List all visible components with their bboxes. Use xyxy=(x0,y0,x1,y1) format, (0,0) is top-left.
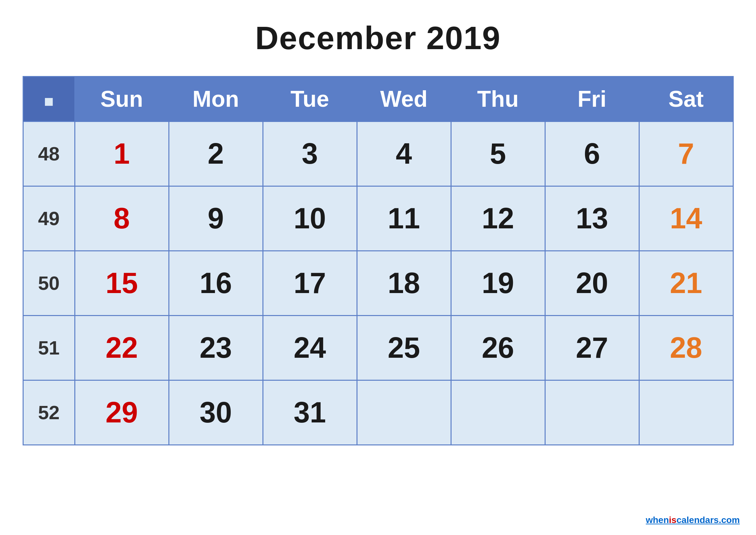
week-number: 51 xyxy=(23,316,75,380)
day-cell: 23 xyxy=(169,316,263,380)
header-mon: Mon xyxy=(169,77,263,122)
day-cell: 10 xyxy=(263,186,357,251)
day-cell: 15 xyxy=(75,251,169,316)
header-row: ■ Sun Mon Tue Wed Thu Fri Sat xyxy=(23,77,733,122)
week-number: 48 xyxy=(23,122,75,186)
day-cell: 8 xyxy=(75,186,169,251)
day-cell: 4 xyxy=(357,122,451,186)
calendar-table: ■ Sun Mon Tue Wed Thu Fri Sat 4812345674… xyxy=(23,76,734,445)
day-cell: 25 xyxy=(357,316,451,380)
day-cell: 9 xyxy=(169,186,263,251)
week-number: 49 xyxy=(23,186,75,251)
day-cell: 3 xyxy=(263,122,357,186)
header-thu: Thu xyxy=(451,77,545,122)
day-cell xyxy=(545,380,639,445)
day-cell: 29 xyxy=(75,380,169,445)
day-cell xyxy=(639,380,733,445)
table-row: 481234567 xyxy=(23,122,733,186)
header-tue: Tue xyxy=(263,77,357,122)
day-cell: 16 xyxy=(169,251,263,316)
table-row: 49891011121314 xyxy=(23,186,733,251)
day-cell: 18 xyxy=(357,251,451,316)
day-cell: 6 xyxy=(545,122,639,186)
day-cell xyxy=(357,380,451,445)
day-cell: 2 xyxy=(169,122,263,186)
header-sat: Sat xyxy=(639,77,733,122)
header-fri: Fri xyxy=(545,77,639,122)
day-cell: 28 xyxy=(639,316,733,380)
day-cell: 12 xyxy=(451,186,545,251)
table-row: 5122232425262728 xyxy=(23,316,733,380)
day-cell: 11 xyxy=(357,186,451,251)
day-cell: 24 xyxy=(263,316,357,380)
day-cell: 5 xyxy=(451,122,545,186)
day-cell xyxy=(451,380,545,445)
header-sun: Sun xyxy=(75,77,169,122)
table-row: 52293031 xyxy=(23,380,733,445)
day-cell: 21 xyxy=(639,251,733,316)
day-cell: 7 xyxy=(639,122,733,186)
week-number: 50 xyxy=(23,251,75,316)
day-cell: 13 xyxy=(545,186,639,251)
watermark-text-after: calendars.com xyxy=(677,515,740,525)
day-cell: 17 xyxy=(263,251,357,316)
day-cell: 1 xyxy=(75,122,169,186)
watermark: wheniscalendars.com xyxy=(646,515,740,525)
week-number: 52 xyxy=(23,380,75,445)
week-col-header: ■ xyxy=(23,77,75,122)
watermark-highlight: is xyxy=(669,515,677,525)
day-cell: 31 xyxy=(263,380,357,445)
day-cell: 19 xyxy=(451,251,545,316)
table-row: 5015161718192021 xyxy=(23,251,733,316)
day-cell: 14 xyxy=(639,186,733,251)
day-cell: 30 xyxy=(169,380,263,445)
watermark-text-before: when xyxy=(646,515,669,525)
header-wed: Wed xyxy=(357,77,451,122)
page-title: December 2019 xyxy=(255,19,501,57)
day-cell: 26 xyxy=(451,316,545,380)
day-cell: 22 xyxy=(75,316,169,380)
day-cell: 27 xyxy=(545,316,639,380)
day-cell: 20 xyxy=(545,251,639,316)
